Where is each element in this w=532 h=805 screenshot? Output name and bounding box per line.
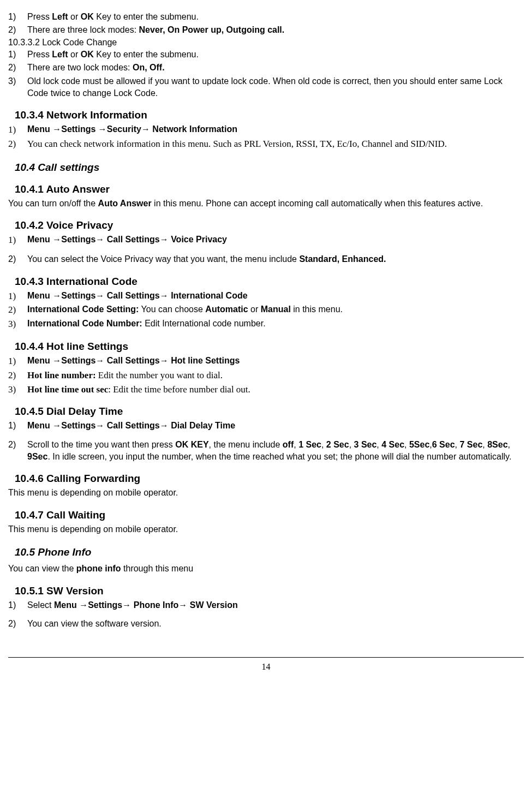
list-content: Scroll to the time you want then press O… bbox=[27, 439, 524, 463]
list-marker: 2) bbox=[8, 303, 27, 317]
list-marker: 3) bbox=[8, 383, 27, 396]
list-content: Menu →Settings→ Call Settings→ Dial Dela… bbox=[27, 420, 524, 432]
list-item: 2) You can view the software version. bbox=[8, 618, 524, 630]
list-marker: 1) bbox=[8, 49, 27, 61]
list-item: 2) There are two lock modes: On, Off. bbox=[8, 62, 524, 74]
heading-auto-answer: 10.4.1 Auto Answer bbox=[15, 183, 524, 195]
list-content: Menu →Settings→ Call Settings→ Internati… bbox=[27, 290, 524, 303]
list-item: 1) Press Left or OK Key to enter the sub… bbox=[8, 49, 524, 61]
list-marker: 2) bbox=[8, 138, 27, 151]
list-item: 1) Press Left or OK Key to enter the sub… bbox=[8, 11, 524, 23]
list-marker: 2) bbox=[8, 62, 27, 74]
list-item: 2) There are three lock modes: Never, On… bbox=[8, 24, 524, 36]
heading-voice-privacy: 10.4.2 Voice Privacy bbox=[15, 219, 524, 231]
heading-call-waiting: 10.4.7 Call Waiting bbox=[15, 509, 524, 521]
list-content: Menu →Settings→ Call Settings→ Hot line … bbox=[27, 355, 524, 368]
list-marker: 1) bbox=[8, 599, 27, 611]
list-content: Old lock code must be allowed if you wan… bbox=[27, 75, 524, 100]
list-item: 2) Scroll to the time you want then pres… bbox=[8, 439, 524, 463]
list-item: 1) Select Menu →Settings→ Phone Info→ SW… bbox=[8, 599, 524, 611]
list-content: Hot line time out sec: Edit the time bef… bbox=[27, 383, 524, 396]
list-content: Select Menu →Settings→ Phone Info→ SW Ve… bbox=[27, 599, 524, 611]
paragraph: This menu is depending on mobile operato… bbox=[8, 523, 524, 535]
heading-dial-delay: 10.4.5 Dial Delay Time bbox=[15, 406, 524, 418]
list-marker: 2) bbox=[8, 24, 27, 36]
list-content: You can check network information in thi… bbox=[27, 138, 524, 151]
heading-calling-forwarding: 10.4.6 Calling Forwarding bbox=[15, 473, 524, 485]
list-item: 1) Menu →Settings→ Call Settings→ Hot li… bbox=[8, 355, 524, 368]
list-content: Menu →Settings→ Call Settings→ Voice Pri… bbox=[27, 234, 524, 247]
list-content: You can view the software version. bbox=[27, 618, 524, 630]
heading-phone-info: 10.5 Phone Info bbox=[15, 546, 524, 558]
paragraph: You can view the phone info through this… bbox=[8, 563, 524, 575]
list-item: 2) You can select the Voice Privacy way … bbox=[8, 253, 524, 265]
list-item: 3) Hot line time out sec: Edit the time … bbox=[8, 383, 524, 396]
list-marker: 1) bbox=[8, 123, 27, 136]
list-marker: 1) bbox=[8, 290, 27, 303]
list-marker: 1) bbox=[8, 11, 27, 23]
list-marker: 3) bbox=[8, 318, 27, 331]
list-marker: 1) bbox=[8, 234, 27, 247]
heading-international-code: 10.4.3 International Code bbox=[15, 276, 524, 288]
list-marker: 2) bbox=[8, 369, 27, 382]
page-divider bbox=[8, 657, 524, 658]
list-marker: 2) bbox=[8, 439, 27, 463]
list-item: 3) International Code Number: Edit Inter… bbox=[8, 318, 524, 331]
list-content: Menu →Settings →Security→ Network Inform… bbox=[27, 123, 524, 136]
list-item: 1) Menu →Settings→ Call Settings→ Intern… bbox=[8, 290, 524, 303]
list-item: 1) Menu →Settings→ Call Settings→ Voice … bbox=[8, 234, 524, 247]
heading-hotline-settings: 10.4.4 Hot line Settings bbox=[15, 341, 524, 353]
list-content: You can select the Voice Privacy way tha… bbox=[27, 253, 524, 265]
list-content: Press Left or OK Key to enter the submen… bbox=[27, 11, 524, 23]
heading-sw-version: 10.5.1 SW Version bbox=[15, 585, 524, 597]
list-content: There are three lock modes: Never, On Po… bbox=[27, 24, 524, 36]
list-content: Hot line number: Edit the number you wan… bbox=[27, 369, 524, 382]
list-content: Press Left or OK Key to enter the submen… bbox=[27, 49, 524, 61]
list-content: International Code Setting: You can choo… bbox=[27, 303, 524, 317]
list-item: 2) Hot line number: Edit the number you … bbox=[8, 369, 524, 382]
list-item: 2) International Code Setting: You can c… bbox=[8, 303, 524, 317]
list-content: There are two lock modes: On, Off. bbox=[27, 62, 524, 74]
list-item: 2) You can check network information in … bbox=[8, 138, 524, 151]
paragraph: This menu is depending on mobile operato… bbox=[8, 487, 524, 499]
list-marker: 2) bbox=[8, 253, 27, 265]
paragraph: You can turn on/off the Auto Answer in t… bbox=[8, 198, 524, 210]
page-number: 14 bbox=[8, 662, 524, 672]
list-marker: 1) bbox=[8, 420, 27, 432]
list-marker: 2) bbox=[8, 618, 27, 630]
list-item: 1) Menu →Settings →Security→ Network Inf… bbox=[8, 123, 524, 136]
subsection-heading: 10.3.3.2 Lock Code Change bbox=[8, 38, 524, 47]
list-marker: 1) bbox=[8, 355, 27, 368]
list-marker: 3) bbox=[8, 75, 27, 100]
list-item: 1) Menu →Settings→ Call Settings→ Dial D… bbox=[8, 420, 524, 432]
list-content: International Code Number: Edit Internat… bbox=[27, 318, 524, 331]
list-item: 3) Old lock code must be allowed if you … bbox=[8, 75, 524, 100]
heading-call-settings: 10.4 Call settings bbox=[15, 162, 524, 174]
heading-network-info: 10.3.4 Network Information bbox=[15, 109, 524, 121]
